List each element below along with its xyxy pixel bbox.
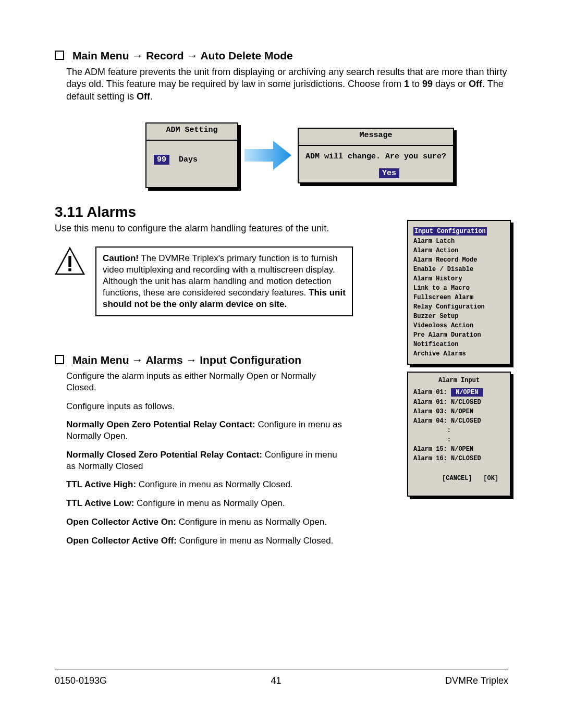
footer-left: 0150-0193G: [55, 675, 107, 686]
row-value[interactable]: :: [447, 436, 451, 443]
menu-panel: Input ConfigurationAlarm LatchAlarm Acti…: [407, 220, 511, 365]
row-label: Alarm 16:: [413, 455, 451, 462]
menu-item[interactable]: Pre Alarm Duration: [413, 331, 505, 339]
t: Configure in menu as Normally Open.: [176, 517, 327, 527]
b: Open Collector Active Off:: [66, 536, 177, 546]
checkbox-icon: [55, 355, 64, 364]
alarm-input-row[interactable]: Alarm 04: N/CLOSED: [413, 417, 505, 425]
svg-marker-0: [244, 141, 291, 170]
checkbox-icon: [55, 51, 64, 60]
input-config-body: Configure the alarm inputs as either Nor…: [55, 371, 347, 546]
alarm-input-row[interactable]: :: [413, 427, 505, 434]
p2: Configure inputs as follows.: [66, 401, 342, 412]
alarm-input-row[interactable]: Alarm 15: N/OPEN: [413, 446, 505, 453]
yes-button[interactable]: Yes: [379, 168, 399, 178]
b: Normally Closed Zero Potential Relay Con…: [66, 450, 262, 460]
row-value[interactable]: N/CLOSED: [451, 455, 481, 462]
menu-item[interactable]: Notification: [413, 341, 505, 348]
caution-box: Caution! The DVMRe Triplex's primary fun…: [95, 246, 353, 316]
row-value[interactable]: :: [447, 427, 451, 434]
t: days or: [433, 79, 469, 89]
b: TTL Active Low:: [66, 498, 134, 508]
row-label: [413, 436, 447, 443]
t: 1: [404, 79, 409, 89]
p8: Open Collector Active Off: Configure in …: [66, 535, 342, 547]
p5: TTL Active High: Configure in menu as No…: [66, 479, 342, 490]
alarm-input-menu: Alarm Input Alarm 01: N/OPEN Alarm 01: N…: [407, 372, 511, 497]
adm-box-row: 99 Days: [152, 148, 232, 183]
t: 99: [422, 79, 433, 89]
row-label: Alarm 04:: [413, 417, 451, 425]
menu-item[interactable]: Fullscreen Alarm: [413, 294, 505, 301]
p7: Open Collector Active On: Configure in m…: [66, 516, 342, 528]
t: Configure in menu as Normally Closed.: [177, 536, 333, 546]
heading-text: Main Menu → Alarms → Input Configuration: [72, 354, 301, 366]
row-value[interactable]: N/OPEN: [451, 446, 473, 453]
adm-setting-box: ADM Setting 99 Days: [145, 122, 238, 188]
menu-item[interactable]: Buzzer Setup: [413, 313, 505, 320]
adm-unit: Days: [179, 155, 198, 164]
footer-center: 41: [271, 675, 282, 686]
row-label: Alarm 01:: [413, 389, 451, 396]
heading-text: Main Menu → Record → Auto Delete Mode: [72, 50, 293, 61]
menu-item-selected[interactable]: Input Configuration: [413, 227, 487, 236]
row-label: Alarm 03:: [413, 408, 451, 415]
t: Configure in menu as Normally Open.: [134, 498, 285, 508]
t: to: [409, 79, 422, 89]
row-value[interactable]: N/CLOSED: [451, 417, 481, 425]
b: Normally Open Zero Potential Relay Conta…: [66, 419, 255, 429]
menu-item[interactable]: Alarm Latch: [413, 238, 505, 245]
p1: Configure the alarm inputs as either Nor…: [66, 371, 342, 393]
row-value[interactable]: N/OPEN: [451, 408, 473, 415]
p6: TTL Active Low: Configure in menu as Nor…: [66, 498, 342, 509]
alarm-input-row[interactable]: :: [413, 436, 505, 443]
menu-item[interactable]: Input Configuration: [413, 227, 505, 236]
alarm-input-row[interactable]: Alarm 01: N/OPEN: [413, 388, 505, 397]
p3: Normally Open Zero Potential Relay Conta…: [66, 419, 342, 442]
menu-item[interactable]: Alarm History: [413, 275, 505, 282]
caution-icon: [55, 246, 85, 277]
b: Open Collector Active On:: [66, 517, 176, 527]
message-text: ADM will change. Are you sure?: [304, 151, 448, 168]
svg-rect-3: [68, 268, 71, 271]
menu-item[interactable]: Videoloss Action: [413, 322, 505, 329]
footer-rule: [55, 670, 508, 670]
menu-panel: Alarm Input Alarm 01: N/OPEN Alarm 01: N…: [407, 372, 511, 497]
input-menu-buttons: [CANCEL] [OK]: [413, 467, 505, 489]
b: TTL Active High:: [66, 479, 136, 489]
menu-item[interactable]: Relay Configuration: [413, 303, 505, 311]
heading-auto-delete: Main Menu → Record → Auto Delete Mode: [55, 50, 508, 62]
row-label: Alarm 01:: [413, 399, 451, 406]
menu-item[interactable]: Archive Alarms: [413, 350, 505, 357]
alarm-input-row[interactable]: Alarm 16: N/CLOSED: [413, 455, 505, 462]
row-label: [413, 427, 447, 434]
t: Off: [137, 91, 150, 102]
adm-description: The ADM feature prevents the unit from d…: [66, 66, 508, 103]
row-value[interactable]: N/OPEN: [451, 388, 483, 397]
menu-item[interactable]: Alarm Record Mode: [413, 256, 505, 264]
input-menu-title: Alarm Input: [413, 377, 505, 384]
row-label: Alarm 15:: [413, 446, 451, 453]
alarm-config-menu: Input ConfigurationAlarm LatchAlarm Acti…: [407, 220, 511, 365]
alarm-input-row[interactable]: Alarm 01: N/CLOSED: [413, 399, 505, 406]
menu-item[interactable]: Enable / Disable: [413, 266, 505, 273]
section-title-alarms: 3.11 Alarms: [55, 204, 508, 220]
caution-lead: Caution!: [103, 253, 139, 263]
cancel-button[interactable]: [CANCEL]: [442, 475, 472, 482]
p4: Normally Closed Zero Potential Relay Con…: [66, 449, 342, 472]
alarm-input-row[interactable]: Alarm 03: N/OPEN: [413, 408, 505, 415]
svg-rect-2: [68, 256, 71, 267]
t: Off: [469, 79, 482, 89]
arrow-icon: [244, 139, 291, 172]
adm-box-title: ADM Setting: [146, 124, 237, 141]
ok-button[interactable]: [OK]: [483, 475, 498, 482]
menu-item[interactable]: Alarm Action: [413, 247, 505, 254]
adm-value-selected[interactable]: 99: [154, 155, 169, 165]
footer-right: DVMRe Triplex: [445, 675, 508, 686]
message-title: Message: [299, 129, 453, 146]
message-box: Message ADM will change. Are you sure? Y…: [298, 128, 454, 183]
adm-figure: ADM Setting 99 Days Message ADM will cha…: [91, 122, 508, 188]
t: .: [150, 91, 153, 102]
row-value[interactable]: N/CLOSED: [451, 399, 481, 406]
menu-item[interactable]: Link to a Macro: [413, 285, 505, 292]
